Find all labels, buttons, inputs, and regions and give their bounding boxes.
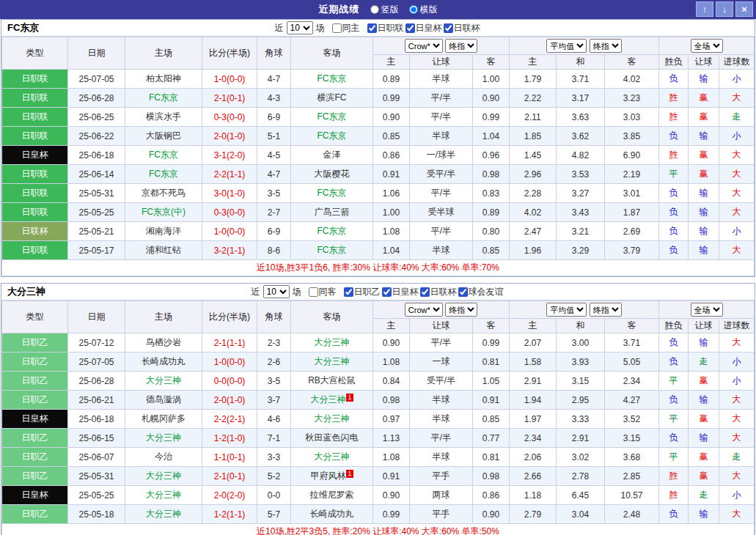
horizontal-layout-label: 横版: [420, 4, 438, 16]
col-type: 类型: [2, 301, 68, 333]
europe-odds-draw: 3.00: [557, 333, 605, 353]
filter-option-球会友谊[interactable]: 球会友谊: [458, 286, 504, 298]
match-corners: 8-6: [257, 241, 291, 260]
odds-time-select[interactable]: 终指: [445, 39, 477, 53]
match-type: 日职乙: [2, 429, 68, 448]
handicap-odds-away: 0.91: [473, 391, 510, 410]
vertical-layout-radio[interactable]: [370, 5, 379, 14]
match-type: 日职联: [2, 165, 68, 184]
team-name: 大分三神: [315, 413, 350, 424]
filter-suffix-label: 场: [316, 22, 325, 34]
team-name: FC东京: [149, 150, 178, 160]
handicap-odds-line: 一/球半: [410, 146, 473, 165]
filter-checkbox[interactable]: [420, 287, 430, 297]
filter-checkbox[interactable]: [458, 287, 468, 297]
handicap-odds-away: 0.98: [473, 467, 510, 486]
handicap-odds-home: 1.08: [373, 353, 410, 372]
layout-option-vertical[interactable]: 竖版: [370, 4, 399, 16]
goals-result: 大: [719, 410, 755, 429]
europe-time-select[interactable]: 终指: [590, 39, 622, 53]
close-button[interactable]: ×: [735, 1, 753, 17]
europe-source-select[interactable]: 平均值: [546, 39, 587, 53]
odds-source-select[interactable]: Crow*: [405, 303, 443, 317]
goals-result: 大: [719, 146, 755, 165]
scope-select[interactable]: 全场: [691, 303, 723, 317]
match-outcome: 平: [659, 372, 689, 391]
handicap-result: 走: [689, 353, 719, 372]
vertical-layout-label: 竖版: [381, 4, 399, 16]
away-team: 大分三神: [291, 448, 373, 467]
match-type: 日职联: [2, 241, 68, 260]
filter-option-日皇杯[interactable]: 日皇杯: [405, 22, 442, 34]
col-europe-home: 主: [510, 55, 557, 70]
handicap-odds-line: 平/半: [410, 429, 473, 448]
filter-option-日联杯[interactable]: 日联杯: [444, 22, 480, 34]
away-team: 长崎成功丸: [291, 505, 373, 524]
handicap-odds-line: 平/半: [410, 108, 473, 127]
match-count-select[interactable]: 10: [263, 285, 290, 298]
filter-checkbox[interactable]: [382, 287, 392, 297]
filter-option-日职乙[interactable]: 日职乙: [344, 286, 381, 298]
match-row: 日职乙25-07-12鸟栖沙岩2-1(1-1)2-3大分三神0.90平/半0.9…: [2, 333, 755, 353]
team-name: RB大宫松鼠: [308, 375, 356, 385]
filter-checkbox[interactable]: [405, 23, 415, 33]
match-score: 2-0(1-0): [202, 391, 257, 410]
match-row: 日皇杯25-06-18札幌冈萨多2-2(2-1)4-6大分三神0.97半球0.8…: [2, 410, 755, 429]
handicap-odds-away: 0.99: [473, 333, 510, 353]
europe-odds-home: 1.94: [510, 391, 557, 410]
match-corners: 4-3: [257, 89, 291, 108]
match-corners: 3-3: [257, 448, 291, 467]
match-score: 3-1(2-0): [202, 146, 257, 165]
filter-checkbox[interactable]: [444, 23, 453, 33]
odds-time-select[interactable]: 终指: [445, 303, 477, 317]
europe-odds-away: 10.57: [605, 486, 659, 505]
home-team: 札幌冈萨多: [125, 410, 202, 429]
match-count-select[interactable]: 10: [287, 21, 313, 34]
filter-checkbox[interactable]: [309, 287, 318, 297]
europe-odds-home: 1.96: [510, 241, 557, 260]
europe-odds-home: 2.11: [510, 108, 557, 127]
match-outcome: 负: [659, 222, 689, 241]
match-date: 25-06-07: [68, 448, 125, 467]
team-name: 横滨水手: [146, 111, 181, 122]
match-row: 日联杯25-05-21湘南海洋1-0(0-0)6-9FC东京1.08平/半0.8…: [2, 222, 755, 241]
handicap-result: 输: [689, 333, 719, 353]
match-score: 1-1(0-1): [202, 448, 257, 467]
europe-source-select[interactable]: 平均值: [546, 303, 587, 317]
horizontal-layout-radio[interactable]: [409, 5, 418, 14]
match-corners: 4-7: [257, 165, 291, 184]
col-score: 比分(半场): [202, 301, 257, 333]
section-header: FC东京 近 10 场 同主日职联日皇杯日联杯: [1, 20, 755, 37]
layout-option-horizontal[interactable]: 横版: [409, 4, 438, 16]
europe-odds-away: 3.23: [605, 89, 659, 108]
europe-odds-away: 3.52: [605, 410, 659, 429]
europe-time-select[interactable]: 终指: [590, 303, 622, 317]
goals-result: 小: [719, 372, 755, 391]
filter-option-同客[interactable]: 同客: [309, 286, 337, 298]
home-team: 大阪钢巴: [125, 127, 202, 146]
scope-select[interactable]: 全场: [691, 39, 723, 53]
col-odds-away: 客: [473, 55, 510, 70]
filter-checkbox[interactable]: [344, 287, 353, 297]
match-score: 3-2(1-1): [202, 241, 257, 260]
red-card-badge: 1: [346, 470, 353, 478]
match-score: 2-1(0-1): [202, 467, 257, 486]
handicap-odds-line: 平/半: [410, 89, 473, 108]
filter-option-日职联[interactable]: 日职联: [367, 22, 404, 34]
handicap-result: 赢: [689, 146, 719, 165]
move-down-button[interactable]: ↓: [716, 1, 733, 17]
filter-checkbox[interactable]: [332, 23, 342, 33]
odds-source-select[interactable]: Crow*: [405, 39, 443, 53]
handicap-result: 输: [689, 222, 719, 241]
filter-option-日联杯[interactable]: 日联杯: [420, 286, 457, 298]
match-date: 25-06-21: [68, 391, 125, 410]
filter-option-同主[interactable]: 同主: [332, 22, 360, 34]
filter-option-日皇杯[interactable]: 日皇杯: [382, 286, 419, 298]
col-goals-result: 进球数: [719, 55, 755, 70]
match-outcome: 平: [659, 410, 689, 429]
handicap-odds-away: 0.81: [473, 353, 510, 372]
match-outcome: 负: [659, 203, 689, 222]
move-up-button[interactable]: ↑: [696, 1, 713, 17]
filter-checkbox[interactable]: [367, 23, 377, 33]
europe-odds-away: 1.87: [605, 203, 659, 222]
